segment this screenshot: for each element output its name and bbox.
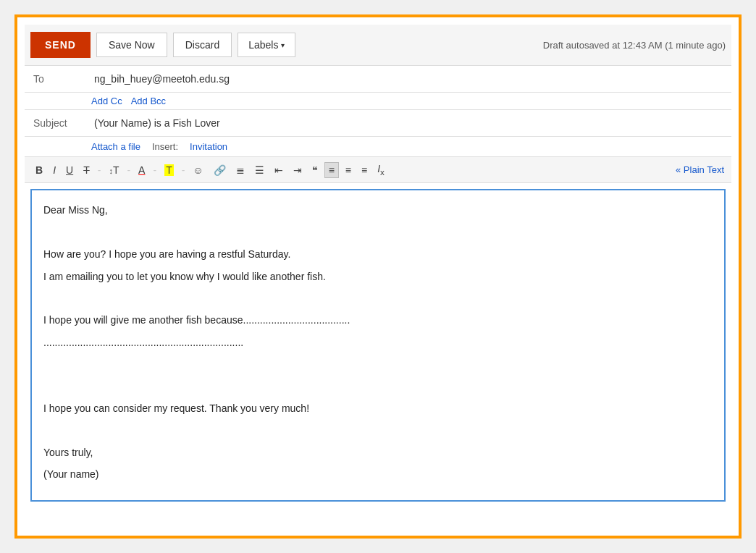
emoji-button[interactable]: ☺: [189, 163, 206, 177]
subject-input[interactable]: [91, 116, 723, 130]
discard-button[interactable]: Discard: [173, 33, 232, 57]
sep2: -: [127, 164, 130, 176]
compose-area: To Add Cc Add Bcc Subject Attach a file …: [25, 66, 731, 502]
bold-button[interactable]: B: [32, 163, 46, 177]
body-line9: [43, 379, 713, 394]
formatting-bar: B I U T - ↕T - A - T - ☺ 🔗 ≣ ☰ ⇤ ⇥ ❝ ≡ ≡…: [25, 157, 731, 183]
font-color-button[interactable]: A: [135, 163, 148, 177]
align-right-button[interactable]: ≡: [358, 163, 371, 177]
invitation-link[interactable]: Invitation: [190, 141, 227, 152]
body-line7: ........................................…: [43, 334, 713, 350]
subject-row: Subject: [25, 110, 731, 137]
font-size-button[interactable]: ↕T: [105, 163, 122, 177]
unordered-list-button[interactable]: ☰: [251, 163, 268, 177]
sep3: -: [153, 164, 156, 176]
body-line2: [43, 224, 713, 240]
save-now-button[interactable]: Save Now: [96, 33, 167, 57]
insert-label: Insert:: [152, 141, 178, 152]
body-line12: Yours truly,: [43, 444, 713, 460]
indent-more-button[interactable]: ⇥: [290, 163, 306, 177]
body-line8: [43, 356, 713, 372]
body-line13: (Your name): [43, 466, 713, 482]
underline-button[interactable]: U: [62, 163, 77, 177]
compose-toolbar: SEND Save Now Discard Labels ▾ Draft aut…: [25, 25, 731, 66]
to-row: To: [25, 66, 731, 93]
subject-label: Subject: [33, 117, 91, 129]
plain-text-button[interactable]: « Plain Text: [676, 164, 724, 175]
email-body[interactable]: Dear Miss Ng, How are you? I hope you ar…: [30, 189, 726, 501]
body-line4: I am emailing you to let you know why I …: [43, 269, 713, 284]
to-input[interactable]: [91, 72, 723, 86]
labels-button[interactable]: Labels ▾: [238, 33, 295, 57]
body-line11: [43, 422, 713, 438]
add-cc-link[interactable]: Add Cc: [91, 96, 122, 106]
attach-row: Attach a file Insert: Invitation: [25, 137, 731, 157]
strikethrough-button[interactable]: T: [80, 163, 93, 177]
link-button[interactable]: 🔗: [210, 163, 230, 177]
send-button[interactable]: SEND: [30, 32, 91, 58]
chevron-down-icon: ▾: [281, 41, 285, 49]
align-center-button[interactable]: ≡: [342, 163, 355, 177]
ordered-list-button[interactable]: ≣: [232, 163, 248, 177]
sep1: -: [98, 164, 101, 176]
attach-file-link[interactable]: Attach a file: [91, 141, 140, 152]
blockquote-button[interactable]: ❝: [308, 163, 322, 177]
remove-format-button[interactable]: Ix: [374, 161, 388, 178]
align-left-button[interactable]: ≡: [324, 162, 339, 178]
to-label: To: [33, 73, 91, 85]
body-line3: How are you? I hope you are having a res…: [43, 246, 713, 262]
bgcolor-button[interactable]: T: [161, 163, 177, 177]
draft-status: Draft autosaved at 12:43 AM (1 minute ag…: [543, 40, 726, 51]
sep4: -: [182, 164, 185, 176]
body-line5: [43, 290, 713, 306]
body-line6: I hope you will give me another fish bec…: [43, 312, 713, 328]
italic-button[interactable]: I: [49, 163, 59, 177]
cc-bcc-row: Add Cc Add Bcc: [25, 93, 731, 110]
email-compose-window: SEND Save Now Discard Labels ▾ Draft aut…: [14, 14, 742, 539]
body-line1: Dear Miss Ng,: [43, 202, 713, 218]
add-bcc-link[interactable]: Add Bcc: [131, 96, 166, 106]
indent-less-button[interactable]: ⇤: [271, 163, 287, 177]
body-line10: I hope you can consider my request. Than…: [43, 400, 713, 416]
